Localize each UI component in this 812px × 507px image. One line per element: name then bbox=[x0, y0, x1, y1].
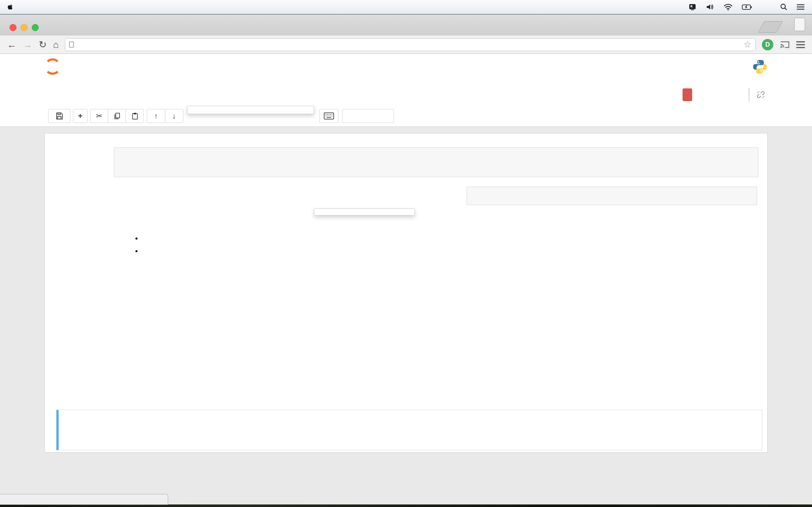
code-cell-input-2[interactable] bbox=[114, 147, 758, 177]
close-window-button[interactable] bbox=[9, 24, 16, 31]
reload-button[interactable]: ↻ bbox=[39, 40, 47, 49]
volume-icon[interactable] bbox=[706, 3, 714, 10]
display-menu-icon[interactable] bbox=[689, 4, 697, 10]
bookmark-star-icon[interactable]: ☆ bbox=[744, 39, 751, 50]
python-logo-icon bbox=[752, 59, 768, 76]
pushbullet-extension-icon[interactable]: D bbox=[762, 39, 773, 50]
selected-cell-indicator bbox=[56, 410, 59, 450]
jupyter-header bbox=[0, 54, 812, 84]
cell-style-submenu bbox=[314, 209, 415, 216]
notebook-container bbox=[44, 133, 768, 452]
move-cell-up-button[interactable]: ↑ bbox=[147, 109, 165, 123]
apple-menu-icon[interactable] bbox=[8, 3, 14, 10]
code-cell-input-9[interactable] bbox=[467, 187, 757, 205]
kernel-status-badge bbox=[682, 89, 692, 101]
notification-center-icon[interactable] bbox=[797, 4, 804, 10]
chrome-tabstrip bbox=[0, 14, 812, 36]
back-button[interactable]: ← bbox=[7, 40, 16, 49]
keyboard-shortcuts-button[interactable] bbox=[319, 109, 339, 123]
page-icon bbox=[69, 42, 74, 48]
cut-cell-button[interactable]: ✂ bbox=[90, 109, 108, 123]
add-cell-button[interactable]: + bbox=[73, 109, 88, 123]
wifi-icon[interactable] bbox=[724, 4, 732, 10]
jupyter-logo-icon bbox=[44, 58, 61, 75]
copy-cell-button[interactable] bbox=[108, 109, 126, 123]
markdown-bullet-1 bbox=[135, 234, 142, 243]
jupyter-toolbar: + ✂ ↑ ↓ bbox=[0, 106, 812, 127]
cell-menu-dropdown bbox=[187, 106, 314, 114]
chrome-navbar: ← → ↻ ⌂ ☆ D bbox=[0, 36, 812, 54]
notebook-area bbox=[0, 127, 812, 507]
status-url-bubble bbox=[0, 494, 168, 505]
screen: ← → ↻ ⌂ ☆ D bbox=[0, 0, 812, 507]
zoom-window-button[interactable] bbox=[32, 24, 39, 31]
save-button[interactable] bbox=[48, 109, 70, 123]
new-tab-button[interactable] bbox=[758, 21, 782, 33]
window-top-border bbox=[0, 14, 812, 14]
move-cell-down-button[interactable]: ↓ bbox=[165, 109, 183, 123]
battery-icon[interactable] bbox=[742, 4, 752, 10]
paste-cell-button[interactable] bbox=[125, 109, 144, 123]
desktop-wallpaper-strip bbox=[0, 504, 812, 507]
forward-button[interactable]: → bbox=[23, 40, 32, 49]
kernel-indicator bbox=[749, 88, 765, 101]
chrome-menu-icon[interactable] bbox=[796, 41, 805, 48]
cast-icon[interactable] bbox=[780, 41, 790, 49]
jupyter-menubar bbox=[0, 84, 812, 106]
home-button[interactable]: ⌂ bbox=[53, 40, 59, 49]
celltoolbar-button[interactable] bbox=[342, 109, 394, 123]
jupyter-logo[interactable] bbox=[44, 58, 65, 75]
macos-menubar bbox=[0, 0, 812, 14]
broken-link-icon bbox=[757, 91, 765, 99]
minimize-window-button[interactable] bbox=[20, 24, 28, 31]
address-bar[interactable]: ☆ bbox=[65, 38, 756, 51]
markdown-bullet-2 bbox=[135, 247, 142, 256]
selected-markdown-cell[interactable] bbox=[56, 410, 762, 450]
profile-button[interactable] bbox=[794, 18, 805, 31]
output-plot bbox=[476, 239, 717, 403]
spotlight-icon[interactable] bbox=[780, 3, 787, 10]
